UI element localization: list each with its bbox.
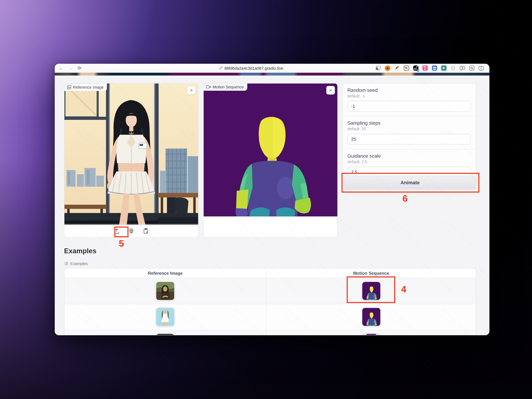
sampling-steps-input[interactable] [348, 134, 471, 145]
nav-arrows: ← → ⟳ [55, 66, 127, 70]
random-seed-input[interactable] [348, 101, 471, 112]
svg-text:字: 字 [461, 66, 463, 69]
preferences-toggles-icon[interactable] [468, 64, 475, 71]
reference-footer-toolbar [64, 224, 198, 237]
gradio-app: Reference Image ✕ [55, 76, 489, 335]
link-icon [219, 66, 223, 70]
reference-image-label: Reference Image [73, 85, 104, 89]
column-header-reference: Reference Image [64, 268, 266, 278]
motion-sequence-label: Motion Sequence [213, 85, 244, 89]
image-icon [67, 85, 71, 89]
orange-plus-icon[interactable]: + [384, 64, 391, 71]
motion-sequence-panel: Motion Sequence ✕ [203, 83, 338, 238]
reference-image-panel: Reference Image ✕ [64, 83, 198, 238]
motion-close-button[interactable]: ✕ [326, 86, 335, 95]
scrolled-content-strip [55, 73, 489, 76]
reference-image-tag: Reference Image [64, 83, 107, 91]
sampling-steps-default: default: 25 [348, 127, 471, 131]
chat-translate-icon[interactable]: 字 [459, 64, 466, 71]
reference-photo[interactable] [64, 83, 198, 225]
examples-table: Reference Image Motion Sequence [64, 268, 476, 335]
examples-header-row: Reference Image Motion Sequence [64, 268, 476, 278]
webcam-icon[interactable] [128, 228, 134, 234]
back-button[interactable]: ← [59, 66, 63, 70]
annotation-number-6: 6 [402, 193, 408, 204]
example-row-2[interactable] [64, 304, 476, 330]
en-translator-icon[interactable]: en 2 [412, 64, 419, 71]
example-row-3[interactable] [64, 330, 476, 336]
sampling-steps-label: Sampling steps [348, 120, 471, 126]
dots-loader-icon[interactable] [450, 64, 456, 71]
screen-mirroring-lock-icon[interactable] [375, 64, 382, 71]
examples-component-label: Examples [64, 262, 88, 266]
toolbar-extensions: + N en 2 中A [375, 64, 489, 71]
annotation-number-4: 4 [401, 284, 406, 295]
blue-reading-list-icon[interactable] [431, 64, 438, 71]
example-row-1[interactable] [64, 278, 476, 304]
pink-translate-icon[interactable]: 中A [422, 64, 429, 71]
reference-close-button[interactable]: ✕ [187, 86, 196, 95]
guidance-scale-label: Guidance scale [348, 153, 471, 159]
thumb-motion-3[interactable] [361, 333, 381, 335]
thumb-mona-lisa[interactable] [156, 281, 175, 301]
browser-toolbar: ← → ⟳ 88fd6da2a4c3d1a067.gradio.live [55, 64, 489, 73]
teal-extension-icon[interactable]: ✳ [440, 64, 447, 71]
annotation-box-4 [347, 276, 395, 303]
random-seed-default: default: -1 [348, 94, 471, 98]
forward-button[interactable]: → [68, 66, 73, 70]
video-icon [206, 85, 211, 89]
paste-image-icon[interactable] [143, 228, 149, 234]
guidance-scale-default: default: 7.5 [348, 160, 471, 164]
list-icon [64, 262, 68, 266]
motion-sequence-tag: Motion Sequence [204, 83, 247, 91]
browser-window: ← → ⟳ 88fd6da2a4c3d1a067.gradio.live [55, 64, 489, 335]
reload-button[interactable]: ⟳ [78, 66, 81, 70]
thumb-blonde-woman[interactable] [156, 333, 175, 335]
split-view-icon[interactable] [478, 64, 485, 71]
colorful-feather-icon[interactable] [393, 64, 400, 71]
annotation-box-5 [114, 227, 129, 237]
thumb-motion-2[interactable] [361, 307, 381, 327]
address-bar[interactable]: 88fd6da2a4c3d1a067.gradio.live [127, 66, 375, 70]
examples-heading: Examples [64, 247, 96, 255]
motion-sequence-video[interactable] [204, 83, 337, 216]
thumb-white-dress[interactable] [156, 307, 175, 327]
notion-icon[interactable]: N [403, 64, 410, 71]
settings-card: Random seed default: -1 Sampling steps d… [342, 83, 476, 182]
url-text: 88fd6da2a4c3d1a067.gradio.live [224, 66, 283, 70]
sampling-steps-row: Sampling steps default: 25 [343, 116, 476, 149]
random-seed-row: Random seed default: -1 [343, 83, 476, 116]
annotation-number-5: 5 [119, 238, 124, 249]
annotation-box-6 [342, 173, 479, 193]
random-seed-label: Random seed [348, 87, 471, 93]
badge-2: 2 [417, 69, 419, 72]
screen: ← → ⟳ 88fd6da2a4c3d1a067.gradio.live [0, 0, 532, 399]
